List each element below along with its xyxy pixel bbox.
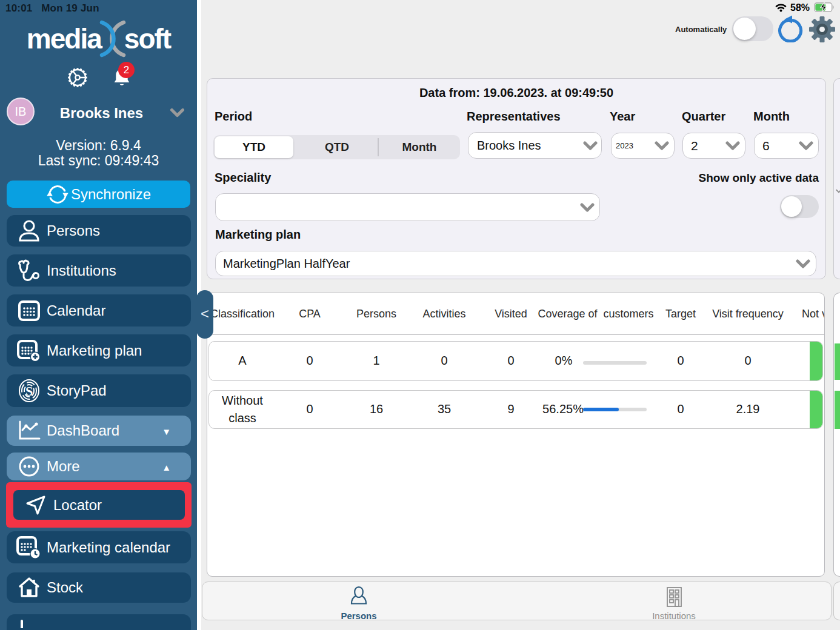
svg-text:S: S	[25, 383, 33, 399]
